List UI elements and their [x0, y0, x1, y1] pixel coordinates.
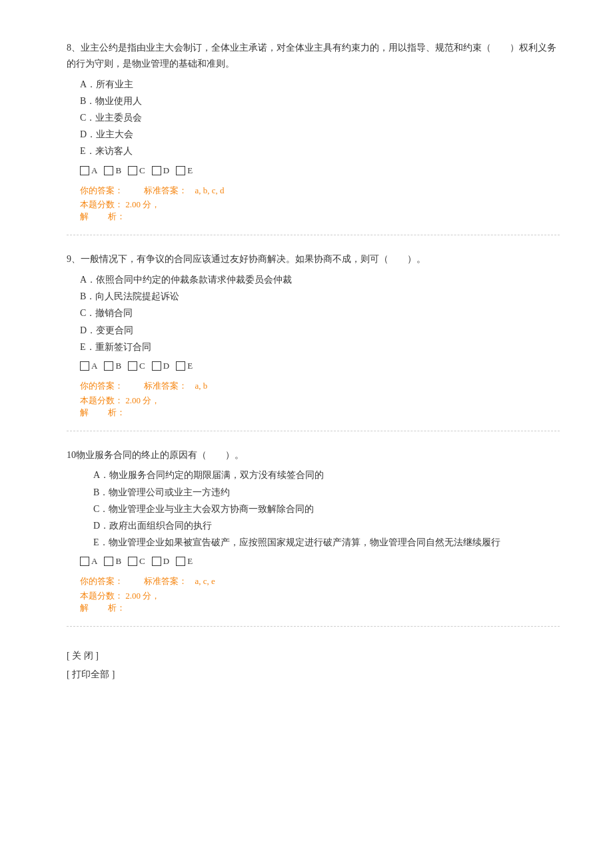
q9-standard-value: a, b [195, 381, 208, 391]
q10-checkbox-c[interactable]: C [128, 556, 145, 567]
q9-label-d: D [163, 361, 169, 371]
q8-option-e: E．来访客人 [80, 143, 560, 159]
question-9: 9、一般情况下，有争议的合同应该通过友好协商解决。如果协商不成，则可（ ）。 A… [67, 251, 560, 431]
q8-checkboxes: A B C D E [80, 165, 560, 176]
q10-box-b[interactable] [104, 557, 113, 566]
q9-option-b: B．向人民法院提起诉讼 [80, 288, 560, 305]
q8-label-b: B [115, 165, 121, 176]
q9-checkbox-c[interactable]: C [128, 361, 145, 371]
q8-label-e: E [187, 165, 193, 176]
q9-checkbox-d[interactable]: D [152, 361, 169, 371]
q8-checkbox-e[interactable]: E [176, 165, 193, 176]
q8-checkbox-b[interactable]: B [104, 165, 121, 176]
q10-standard-value: a, c, e [195, 576, 215, 586]
q9-answer-block: 你的答案： 标准答案： a, b 本题分数： 2.00 分， 解 析： [80, 378, 560, 419]
q8-box-c[interactable] [128, 166, 137, 175]
q8-checkbox-d[interactable]: D [152, 165, 169, 176]
q10-jiexi-line: 解 析： [80, 602, 560, 614]
q10-score-label: 本题分数： [80, 591, 123, 601]
q10-option-d: D．政府出面组织合同的执行 [93, 517, 560, 534]
q9-your-answer-label: 你的答案： [80, 381, 123, 391]
q9-option-d: D．变更合同 [80, 322, 560, 339]
q9-option-a: A．依照合同中约定的仲裁条款请求仲裁委员会仲裁 [80, 271, 560, 288]
q8-checkbox-c[interactable]: C [128, 165, 145, 176]
q10-box-e[interactable] [176, 557, 185, 566]
q8-score-value: 2.00 分， [125, 199, 160, 209]
q9-checkbox-b[interactable]: B [104, 361, 121, 371]
q8-answer-line: 你的答案： 标准答案： a, b, c, d [80, 183, 560, 199]
q8-option-a: A．所有业主 [80, 76, 560, 93]
q10-label-c: C [139, 556, 145, 567]
q10-option-b: B．物业管理公司或业主一方违约 [93, 484, 560, 501]
q9-checkbox-e[interactable]: E [176, 361, 193, 371]
print-link[interactable]: [ 打印全部 ] [67, 665, 560, 684]
q10-standard-label: 标准答案： [144, 576, 187, 586]
q10-options: A．物业服务合同约定的期限届满，双方没有续签合同的 B．物业管理公司或业主一方违… [80, 467, 560, 551]
q8-jiexi-space: 析： [91, 211, 125, 221]
q9-box-a[interactable] [80, 361, 89, 371]
q10-title: 10物业服务合同的终止的原因有（ ）。 [67, 447, 560, 463]
q10-checkbox-a[interactable]: A [80, 556, 97, 567]
q8-label-a: A [91, 165, 97, 176]
q9-score-line: 本题分数： 2.00 分， [80, 395, 560, 407]
q9-jiexi-space: 析： [91, 407, 125, 417]
q10-option-e: E．物业管理企业如果被宣告破产，应按照国家规定进行破产清算，物业管理合同自然无法… [93, 534, 560, 551]
q8-number: 8 [67, 43, 71, 53]
q9-jiexi-label: 解 [80, 407, 89, 417]
q9-title: 9、一般情况下，有争议的合同应该通过友好协商解决。如果协商不成，则可（ ）。 [67, 251, 560, 267]
q10-box-c[interactable] [128, 557, 137, 566]
q10-box-a[interactable] [80, 557, 89, 566]
q8-checkbox-a[interactable]: A [80, 165, 97, 176]
q9-box-d[interactable] [152, 361, 161, 371]
q8-box-e[interactable] [176, 166, 185, 175]
q8-score-line: 本题分数： 2.00 分， [80, 199, 560, 211]
question-8: 8、业主公约是指由业主大会制订，全体业主承诺，对全体业主具有约束力的，用以指导、… [67, 40, 560, 235]
q10-label-e: E [187, 556, 193, 567]
q8-jiexi-line: 解 析： [80, 211, 560, 223]
q9-box-b[interactable] [104, 361, 113, 371]
q9-checkbox-a[interactable]: A [80, 361, 97, 371]
q10-option-a: A．物业服务合同约定的期限届满，双方没有续签合同的 [93, 467, 560, 483]
q9-box-c[interactable] [128, 361, 137, 371]
q10-label-b: B [115, 556, 121, 567]
q9-label-c: C [139, 361, 145, 371]
close-link[interactable]: [ 关 闭 ] [67, 647, 560, 665]
q10-score-line: 本题分数： 2.00 分， [80, 590, 560, 602]
q10-box-d[interactable] [152, 557, 161, 566]
q10-checkbox-e[interactable]: E [176, 556, 193, 567]
q8-jiexi-label: 解 [80, 211, 89, 221]
footer: [ 关 闭 ] [ 打印全部 ] [67, 647, 560, 684]
q8-label-d: D [163, 165, 169, 176]
q9-label-e: E [187, 361, 193, 371]
q8-label-c: C [139, 165, 145, 176]
q9-box-e[interactable] [176, 361, 185, 371]
q10-jiexi-space: 析： [91, 603, 125, 613]
question-10: 10物业服务合同的终止的原因有（ ）。 A．物业服务合同约定的期限届满，双方没有… [67, 447, 560, 627]
q8-option-d: D．业主大会 [80, 126, 560, 143]
q8-title: 8、业主公约是指由业主大会制订，全体业主承诺，对全体业主具有约束力的，用以指导、… [67, 40, 560, 72]
q10-checkbox-d[interactable]: D [152, 556, 169, 567]
q9-checkboxes: A B C D E [80, 361, 560, 371]
q9-label-b: B [115, 361, 121, 371]
q9-answer-line: 你的答案： 标准答案： a, b [80, 378, 560, 395]
q10-checkbox-b[interactable]: B [104, 556, 121, 567]
q10-option-c: C．物业管理企业与业主大会双方协商一致解除合同的 [93, 501, 560, 517]
q8-your-answer-label: 你的答案： [80, 185, 123, 195]
q8-box-a[interactable] [80, 166, 89, 175]
q8-box-d[interactable] [152, 166, 161, 175]
q10-score-value: 2.00 分， [125, 591, 160, 601]
q10-label-a: A [91, 556, 97, 567]
q10-checkboxes: A B C D E [80, 556, 560, 567]
q9-option-e: E．重新签订合同 [80, 339, 560, 355]
q9-jiexi-line: 解 析： [80, 407, 560, 419]
q10-answer-line: 你的答案： 标准答案： a, c, e [80, 573, 560, 590]
q9-score-label: 本题分数： [80, 395, 123, 405]
q10-label-d: D [163, 556, 169, 567]
q9-standard-label: 标准答案： [144, 381, 187, 391]
q8-standard-value: a, b, c, d [195, 185, 225, 195]
q8-option-b: B．物业使用人 [80, 93, 560, 109]
q10-answer-block: 你的答案： 标准答案： a, c, e 本题分数： 2.00 分， 解 析： [80, 573, 560, 614]
q8-box-b[interactable] [104, 166, 113, 175]
q10-your-answer-label: 你的答案： [80, 576, 123, 586]
q9-number: 9 [67, 254, 71, 264]
